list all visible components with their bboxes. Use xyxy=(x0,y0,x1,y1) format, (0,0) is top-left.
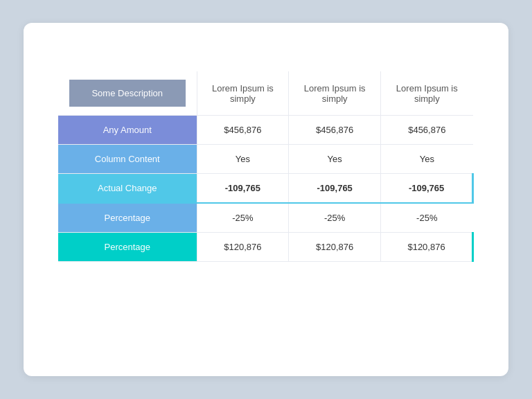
label-cell-actual: Actual Change xyxy=(58,174,197,204)
table-row-any: Any Amount$456,876$456,876$456,876 xyxy=(58,116,473,145)
header-col3: Lorem Ipsum is simply xyxy=(381,71,473,116)
label-cell-pct1: Percentage xyxy=(58,203,197,233)
data-cell-pct1-col3: -25% xyxy=(381,203,473,233)
label-cell-pct2: Percentage xyxy=(58,233,197,262)
data-cell-pct1-col2: -25% xyxy=(289,203,381,233)
card: Some Description Lorem Ipsum is simply L… xyxy=(24,23,508,376)
header-col2: Lorem Ipsum is simply xyxy=(289,71,381,116)
header-label: Some Description xyxy=(58,71,197,116)
data-cell-any-col1: $456,876 xyxy=(197,116,289,145)
data-cell-any-col2: $456,876 xyxy=(289,116,381,145)
table-row-pct1: Percentage-25%-25%-25% xyxy=(58,203,473,233)
table-header-row: Some Description Lorem Ipsum is simply L… xyxy=(58,71,473,116)
data-cell-pct2-col1: $120,876 xyxy=(197,233,289,262)
header-col1: Lorem Ipsum is simply xyxy=(197,71,289,116)
table-row-pct2: Percentage$120,876$120,876$120,876 xyxy=(58,233,473,262)
label-cell-column: Column Content xyxy=(58,145,197,174)
data-cell-pct2-col3: $120,876 xyxy=(381,233,473,262)
data-cell-any-col3: $456,876 xyxy=(381,116,473,145)
data-cell-column-col1: Yes xyxy=(197,145,289,174)
table-row-column: Column ContentYesYesYes xyxy=(58,145,473,174)
data-cell-actual-col3: -109,765 xyxy=(381,174,473,204)
data-table: Some Description Lorem Ipsum is simply L… xyxy=(58,71,474,262)
table-row-actual: Actual Change-109,765-109,765-109,765 xyxy=(58,174,473,204)
data-cell-actual-col2: -109,765 xyxy=(289,174,381,204)
data-cell-pct1-col1: -25% xyxy=(197,203,289,233)
some-description-cell: Some Description xyxy=(69,80,186,107)
table-wrapper: Some Description Lorem Ipsum is simply L… xyxy=(58,71,474,262)
data-cell-pct2-col2: $120,876 xyxy=(289,233,381,262)
data-cell-column-col2: Yes xyxy=(289,145,381,174)
label-cell-any: Any Amount xyxy=(58,116,197,145)
data-cell-actual-col1: -109,765 xyxy=(197,174,289,204)
data-cell-column-col3: Yes xyxy=(381,145,473,174)
